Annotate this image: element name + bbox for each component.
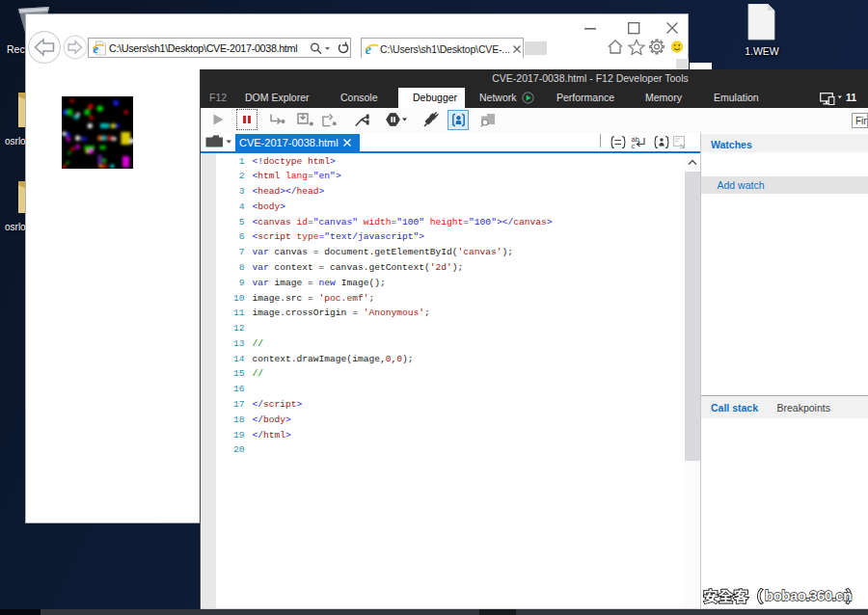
svg-text:bobao.360.cn: bobao.360.cn [765,587,852,603]
svg-text:c: c [632,141,636,149]
